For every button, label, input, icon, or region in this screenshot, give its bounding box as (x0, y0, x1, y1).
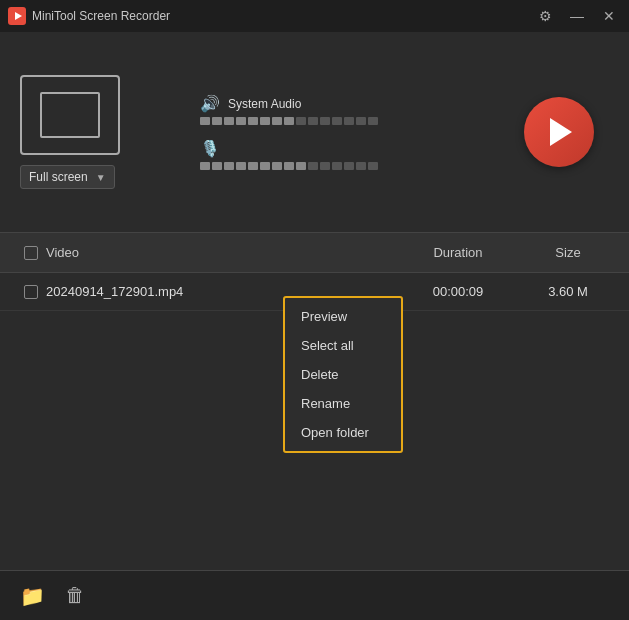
select-all-checkbox[interactable] (24, 246, 38, 260)
record-button[interactable] (524, 97, 594, 167)
bottom-bar: 📁 🗑 (0, 570, 629, 620)
table-header: Video Duration Size (0, 233, 629, 273)
app-icon (8, 7, 26, 25)
close-button[interactable]: ✕ (597, 4, 621, 28)
system-audio-row: 🔊 System Audio (200, 94, 509, 125)
context-menu-select-all[interactable]: Select all (285, 331, 401, 360)
play-icon (550, 118, 572, 146)
row-checkbox-col (16, 285, 46, 299)
row-duration: 00:00:09 (393, 284, 523, 299)
app-title: MiniTool Screen Recorder (32, 9, 533, 23)
settings-icon: ⚙ (539, 8, 552, 24)
speaker-icon: 🔊 (200, 94, 220, 113)
screen-preview-icon (20, 75, 120, 155)
system-audio-label-row: 🔊 System Audio (200, 94, 509, 113)
mic-muted-icon: 🎙️ (200, 139, 220, 158)
system-audio-label: System Audio (228, 97, 301, 111)
mic-label-row: 🎙️ (200, 139, 509, 158)
fullscreen-label: Full screen (29, 170, 88, 184)
chevron-down-icon: ▼ (96, 172, 106, 183)
screen-inner-icon (40, 92, 100, 138)
minimize-button[interactable]: — (565, 4, 589, 28)
system-audio-bar (200, 117, 380, 125)
title-bar: MiniTool Screen Recorder ⚙ — ✕ (0, 0, 629, 32)
mic-audio-row: 🎙️ (200, 139, 509, 170)
context-menu-open-folder[interactable]: Open folder (285, 418, 401, 447)
header-checkbox-col (16, 246, 46, 260)
delete-button[interactable]: 🗑 (65, 584, 85, 607)
col-duration-header: Duration (393, 245, 523, 260)
row-size: 3.60 M (523, 284, 613, 299)
context-menu-preview[interactable]: Preview (285, 302, 401, 331)
close-icon: ✕ (603, 8, 615, 24)
context-menu-rename[interactable]: Rename (285, 389, 401, 418)
mic-audio-bar (200, 162, 380, 170)
capture-area: Full screen ▼ (20, 75, 200, 189)
fullscreen-dropdown[interactable]: Full screen ▼ (20, 165, 115, 189)
window-controls: ⚙ — ✕ (533, 4, 621, 28)
context-menu: Preview Select all Delete Rename Open fo… (283, 296, 403, 453)
row-checkbox[interactable] (24, 285, 38, 299)
audio-area: 🔊 System Audio (200, 84, 509, 180)
open-folder-button[interactable]: 📁 (20, 584, 45, 608)
col-video-header: Video (46, 245, 393, 260)
context-menu-delete[interactable]: Delete (285, 360, 401, 389)
minimize-icon: — (570, 8, 584, 24)
col-size-header: Size (523, 245, 613, 260)
settings-button[interactable]: ⚙ (533, 4, 557, 28)
record-button-area (509, 97, 609, 167)
header: Full screen ▼ 🔊 System Audio (0, 32, 629, 232)
